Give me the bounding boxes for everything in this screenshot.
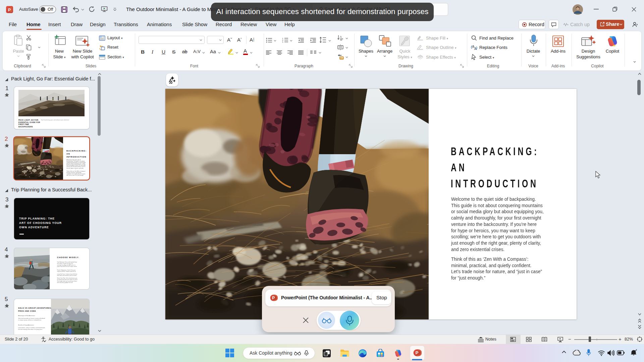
svg-text:z: z [636, 349, 637, 351]
svg-text:P: P [8, 8, 11, 12]
svg-text:A: A [340, 35, 342, 39]
svg-text:P: P [272, 296, 275, 300]
svg-text:P: P [416, 350, 419, 355]
svg-text:3: 3 [282, 42, 283, 43]
svg-text:A: A [474, 47, 477, 51]
